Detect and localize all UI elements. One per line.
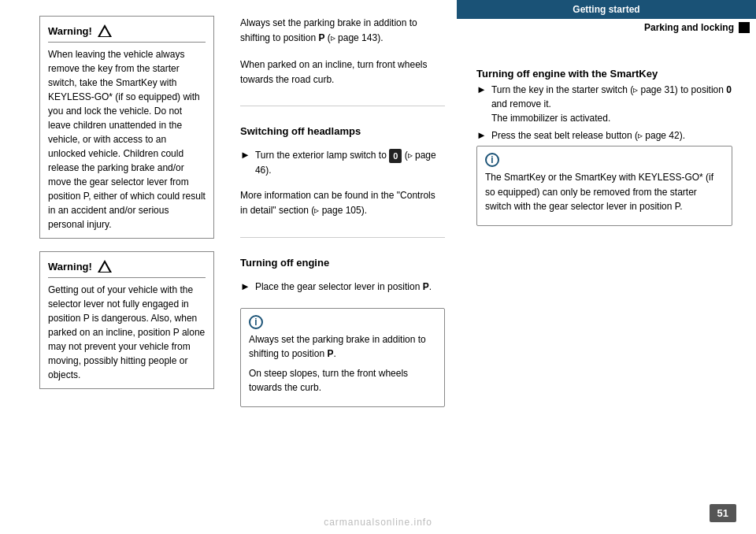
header-parking-locking: Parking and locking bbox=[457, 19, 756, 36]
header-area: Getting started Parking and locking bbox=[457, 0, 756, 36]
gear-text: Place the gear selector lever in positio… bbox=[255, 280, 432, 294]
watermark: carmanualsonline.info bbox=[324, 517, 432, 528]
triangle-inner-1 bbox=[100, 28, 109, 36]
warning-icon-2 bbox=[97, 258, 113, 274]
smartkey-info-text: The SmartKey or the SmartKey with KEYLES… bbox=[485, 170, 724, 214]
warning-text-1: When leaving the vehicle always remove t… bbox=[48, 47, 206, 232]
left-column: Warning! When leaving the vehicle always… bbox=[0, 0, 228, 534]
triangle-inner-2 bbox=[100, 263, 109, 272]
right-content: Turning off engine with the SmartKey ► T… bbox=[476, 8, 732, 226]
info-box-right: i The SmartKey or the SmartKey with KEYL… bbox=[476, 146, 732, 226]
warning-label-1: Warning! bbox=[48, 25, 92, 37]
steep-slopes-note: On steep slopes, turn the front wheels t… bbox=[249, 366, 436, 395]
arrow-bullet-4: ► bbox=[476, 129, 487, 141]
headlamps-heading: Switching off headlamps bbox=[240, 125, 445, 137]
zero-box: 0 bbox=[389, 149, 402, 164]
turn-key-text: Turn the key in the starter switch (▹ pa… bbox=[491, 83, 732, 125]
header-getting-started: Getting started bbox=[457, 0, 756, 19]
gear-item: ► Place the gear selector lever in posit… bbox=[240, 280, 445, 294]
turning-off-heading: Turning off engine bbox=[240, 257, 445, 269]
page-number: 51 bbox=[710, 504, 736, 522]
seat-belt-item: ► Press the seat belt release button (▹ … bbox=[476, 128, 732, 143]
warning-label-2: Warning! bbox=[48, 261, 92, 273]
smartkey-heading: Turning off engine with the SmartKey bbox=[476, 68, 732, 80]
triangle-icon-2 bbox=[98, 260, 112, 273]
warning-box-1: Warning! When leaving the vehicle always… bbox=[39, 16, 214, 239]
headlamps-text: Turn the exterior lamp switch to 0 (▹ pa… bbox=[255, 148, 445, 177]
incline-text: When parked on an incline, turn front wh… bbox=[240, 57, 445, 87]
seat-belt-text: Press the seat belt release button (▹ pa… bbox=[491, 128, 685, 143]
turn-key-item: ► Turn the key in the starter switch (▹ … bbox=[476, 83, 732, 125]
separator-1 bbox=[240, 106, 445, 106]
separator-2 bbox=[240, 237, 445, 238]
warning-box-2: Warning! Getting out of your vehicle wit… bbox=[39, 251, 214, 389]
header-parking-locking-text: Parking and locking bbox=[644, 22, 734, 33]
right-column: Turning off engine with the SmartKey ► T… bbox=[457, 0, 756, 534]
parking-brake-note: Always set the parking brake in addition… bbox=[249, 332, 436, 362]
info-icon-right: i bbox=[485, 153, 499, 167]
triangle-icon-1 bbox=[98, 24, 112, 37]
page-container: Getting started Parking and locking Warn… bbox=[0, 0, 756, 534]
warning-title-1: Warning! bbox=[48, 23, 206, 43]
info-icon-mid: i bbox=[249, 315, 263, 329]
headlamps-item: ► Turn the exterior lamp switch to 0 (▹ … bbox=[240, 148, 445, 177]
info-box-mid: i Always set the parking brake in additi… bbox=[240, 308, 445, 407]
arrow-bullet-3: ► bbox=[476, 83, 487, 95]
warning-text-2: Getting out of your vehicle with the sel… bbox=[48, 283, 206, 382]
warning-icon-1 bbox=[97, 23, 113, 39]
arrow-bullet-1: ► bbox=[240, 149, 250, 161]
mid-column: Always set the parking brake in addition… bbox=[228, 0, 457, 534]
more-info-text: More information can be found in the "Co… bbox=[240, 188, 445, 217]
arrow-bullet-2: ► bbox=[240, 280, 250, 292]
intro-text: Always set the parking brake in addition… bbox=[240, 16, 445, 45]
warning-title-2: Warning! bbox=[48, 258, 206, 278]
section-indicator bbox=[739, 22, 750, 33]
